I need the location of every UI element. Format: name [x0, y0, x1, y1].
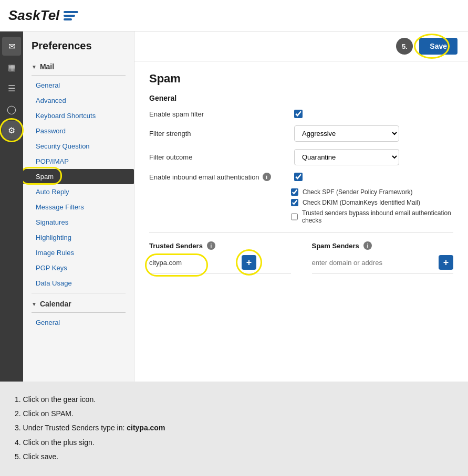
- preferences-header: Preferences: [23, 31, 134, 58]
- spam-senders-input-row: +: [312, 255, 454, 273]
- enable-spam-label: Enable spam filter: [149, 110, 286, 118]
- calendar-section-label: Calendar: [40, 300, 71, 308]
- general-section-title: General: [149, 94, 453, 102]
- instruction-step4: 4. Click on the plus sign.: [15, 436, 453, 449]
- spam-item-wrap: Spam: [23, 169, 134, 184]
- spam-senders-col: Spam Senders i +: [312, 241, 454, 273]
- check-spf-item: Check SPF (Sender Policy Framework): [291, 188, 453, 196]
- inbound-auth-info-icon: i: [263, 173, 271, 181]
- mail-arrow-icon: ▼: [32, 64, 37, 70]
- sidebar-item-cal-general[interactable]: General: [23, 315, 134, 330]
- sidebar-item-highlighting[interactable]: Highlighting: [23, 230, 134, 245]
- enable-spam-checkbox[interactable]: [294, 110, 303, 118]
- filter-strength-label: Filter strength: [149, 130, 286, 137]
- filter-strength-control: Aggressive High Medium Low: [294, 125, 399, 142]
- spam-senders-plus-button[interactable]: +: [439, 255, 453, 270]
- mail-icon-btn[interactable]: ✉: [2, 37, 21, 56]
- trusted-senders-label: Trusted Senders: [149, 242, 203, 250]
- enable-spam-row: Enable spam filter: [149, 110, 453, 118]
- trusted-input-wrap: [149, 258, 237, 267]
- sidebar-item-spam[interactable]: Spam: [23, 169, 134, 184]
- save-button[interactable]: Save: [419, 38, 457, 55]
- sidebar-item-keyboard-shortcuts[interactable]: Keyboard Shortcuts: [23, 108, 134, 123]
- inbound-auth-checkbox[interactable]: [294, 173, 303, 181]
- calendar-divider: [32, 293, 126, 293]
- spam-senders-input[interactable]: [312, 259, 435, 267]
- calendar-arrow-icon: ▼: [32, 301, 37, 307]
- step5-badge: 5.: [396, 38, 413, 55]
- instruction-step3: 3. Under Trusted Senders type in: citypa…: [15, 421, 453, 435]
- content-header: 5. Save: [134, 31, 468, 61]
- sub-checks: Check SPF (Sender Policy Framework) Chec…: [149, 188, 453, 224]
- gear-icon-btn[interactable]: ⚙: [2, 121, 21, 140]
- trusted-senders-header: Trusted Senders i: [149, 241, 291, 250]
- sidebar-item-password[interactable]: Password: [23, 123, 134, 139]
- sidebar-item-pgp-keys[interactable]: PGP Keys: [23, 260, 134, 276]
- page-title: Spam: [149, 72, 453, 86]
- filter-strength-select[interactable]: Aggressive High Medium Low: [294, 125, 399, 142]
- trusted-senders-input[interactable]: [149, 259, 237, 267]
- filter-outcome-label: Filter outcome: [149, 153, 286, 161]
- filter-strength-row: Filter strength Aggressive High Medium L…: [149, 125, 453, 142]
- instruction-step5: 5. Click save.: [15, 450, 453, 463]
- mail-section-header: ▼ Mail: [23, 58, 134, 73]
- filter-outcome-control: Quarantine Delete Label: [294, 149, 399, 165]
- check-spf-label: Check SPF (Sender Policy Framework): [303, 188, 412, 196]
- sidebar-item-general[interactable]: General: [23, 78, 134, 93]
- trusted-bypass-checkbox[interactable]: [291, 213, 298, 220]
- sidebar-item-data-usage[interactable]: Data Usage: [23, 276, 134, 291]
- list-icon: ☰: [8, 83, 15, 93]
- filter-outcome-row: Filter outcome Quarantine Delete Label: [149, 149, 453, 165]
- calendar-icon: ▦: [8, 62, 16, 72]
- trusted-senders-plus-button[interactable]: +: [242, 255, 256, 270]
- list-icon-btn[interactable]: ☰: [2, 79, 21, 98]
- trusted-senders-info-icon: i: [207, 241, 215, 250]
- inbound-auth-row: Enable inbound email authentication i: [149, 173, 453, 181]
- content-body: Spam General Enable spam filter Filter s…: [134, 61, 468, 382]
- instruction-step1: 1. Click on the gear icon.: [15, 393, 453, 406]
- logo-bars: [64, 11, 78, 20]
- spam-senders-header: Spam Senders i: [312, 241, 454, 250]
- check-spf-checkbox[interactable]: [291, 188, 298, 196]
- calendar-section-header: ▼ Calendar: [23, 295, 134, 310]
- senders-row: Trusted Senders i +: [149, 241, 453, 273]
- filter-outcome-select[interactable]: Quarantine Delete Label: [294, 149, 399, 165]
- trusted-bypass-label: Trusted senders bypass inbound email aut…: [302, 209, 453, 224]
- preferences-title: Preferences: [32, 40, 126, 52]
- sidebar-item-auto-reply[interactable]: Auto Reply: [23, 184, 134, 199]
- user-icon: ◯: [7, 104, 16, 114]
- check-dkim-item: Check DKIM (DomainKeys Identified Mail): [291, 199, 453, 206]
- inbound-auth-control: [294, 173, 303, 181]
- check-dkim-checkbox[interactable]: [291, 199, 298, 206]
- sidebar-item-signatures[interactable]: Signatures: [23, 215, 134, 230]
- check-dkim-label: Check DKIM (DomainKeys Identified Mail): [303, 199, 420, 206]
- enable-spam-control: [294, 110, 303, 118]
- mail-section-label: Mail: [40, 62, 54, 71]
- icon-sidebar: ✉ ▦ ☰ ◯ ⚙: [0, 31, 23, 382]
- main-layout: ✉ ▦ ☰ ◯ ⚙ Preferences ▼ Mail General Adv…: [0, 31, 468, 382]
- sidebar-item-image-rules[interactable]: Image Rules: [23, 245, 134, 260]
- mail-icon: ✉: [8, 41, 15, 51]
- nav-sidebar: Preferences ▼ Mail General Advanced Keyb…: [23, 31, 134, 382]
- calendar-icon-btn[interactable]: ▦: [2, 58, 21, 77]
- sidebar-item-pop-imap[interactable]: POP/IMAP: [23, 154, 134, 169]
- save-btn-container: Save: [419, 38, 457, 55]
- sidebar-item-security-question[interactable]: Security Question: [23, 139, 134, 154]
- trusted-senders-input-row: +: [149, 255, 291, 273]
- instructions-section: 1. Click on the gear icon. 2. Click on S…: [0, 382, 468, 475]
- inbound-auth-label: Enable inbound email authentication i: [149, 173, 286, 181]
- sidebar-item-advanced[interactable]: Advanced: [23, 93, 134, 108]
- plus-btn-wrap: +: [242, 255, 256, 270]
- trusted-bypass-item: Trusted senders bypass inbound email aut…: [291, 209, 453, 224]
- logo: SaskTel: [8, 7, 78, 24]
- spam-senders-label: Spam Senders: [312, 242, 359, 250]
- trusted-senders-col: Trusted Senders i +: [149, 241, 291, 273]
- logo-text: SaskTel: [8, 7, 59, 24]
- user-icon-btn[interactable]: ◯: [2, 100, 21, 119]
- sidebar-item-message-filters[interactable]: Message Filters: [23, 199, 134, 215]
- calendar-divider2: [32, 312, 126, 313]
- spam-senders-info-icon: i: [363, 241, 372, 250]
- section-divider: [149, 232, 453, 233]
- instruction-step2: 2. Click on SPAM.: [15, 407, 453, 420]
- mail-divider: [32, 75, 126, 76]
